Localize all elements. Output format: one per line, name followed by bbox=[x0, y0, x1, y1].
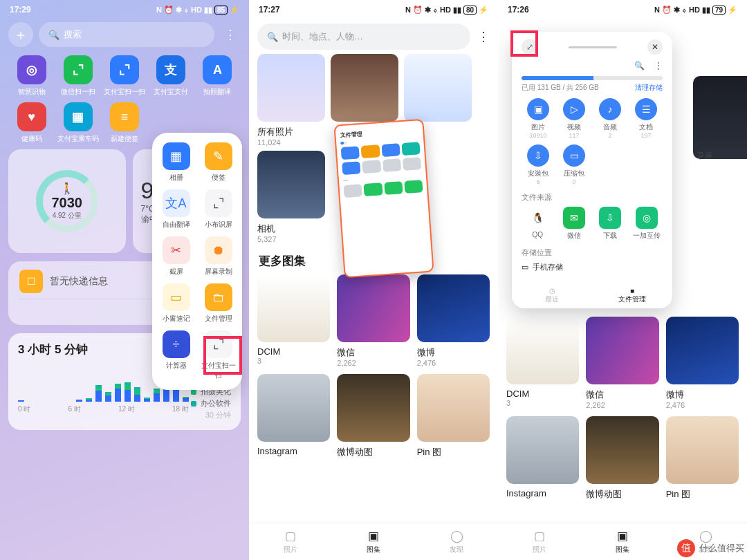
app-icon: 支 bbox=[156, 55, 185, 84]
album-Pin 图[interactable]: Pin 图 bbox=[666, 416, 739, 501]
fp-src-QQ[interactable]: 🐧QQ bbox=[522, 207, 554, 241]
panel-item-相册[interactable]: ▦相册 bbox=[156, 142, 196, 183]
album-微博[interactable]: 微博2,476 bbox=[666, 317, 739, 409]
fp-tab-recent[interactable]: ◷最近 bbox=[512, 287, 592, 304]
album-thumb bbox=[417, 274, 490, 342]
album-微信[interactable]: 微信2,262 bbox=[337, 274, 409, 367]
fp-cat-文档[interactable]: ☰文档197 bbox=[629, 98, 663, 139]
search-icon: 🔍 bbox=[267, 32, 278, 42]
album-微博动图[interactable]: 微博动图 bbox=[586, 416, 658, 501]
cat-icon: ▭ bbox=[563, 144, 585, 167]
more-icon[interactable]: ⋮ bbox=[477, 29, 490, 44]
panel-item-小布识屏[interactable]: ⌞⌝小布识屏 bbox=[199, 189, 238, 230]
nav-发现[interactable]: ◯发现 bbox=[415, 523, 498, 560]
phone-1-homescreen: 17:29 N⏰✱⬨HD▮▮ 85⚡ ＋ 🔍 搜索 ⋮ ◎智慧识物⌞⌝微信扫一扫… bbox=[0, 0, 249, 560]
status-icons: N⏰✱⬨HD▮▮ 85⚡ bbox=[156, 6, 239, 15]
album-DCIM[interactable]: DCIM3 bbox=[506, 317, 579, 409]
more-icon[interactable]: ⋮ bbox=[220, 27, 241, 42]
steps-widget[interactable]: 🚶 7030 4.92 公里 bbox=[8, 149, 126, 253]
storage-location-title: 存储位置 bbox=[522, 248, 663, 258]
expand-icon[interactable]: ⤢ bbox=[522, 39, 538, 55]
app-label: 新建便签 bbox=[111, 134, 138, 144]
status-bar: 17:29 N⏰✱⬨HD▮▮ 85⚡ bbox=[0, 0, 249, 19]
app-支付宝扫一扫[interactable]: ⌞⌝支付宝扫一扫 bbox=[101, 55, 147, 97]
phone-2-gallery: 17:27 N⏰✱⬨HD▮▮ 80⚡ 🔍 时间、地点、人物… ⋮ 所有照片 11… bbox=[249, 0, 498, 560]
album-recording-thumb[interactable] bbox=[693, 76, 747, 159]
app-label: 智慧识物 bbox=[18, 87, 46, 97]
album-Instagram[interactable]: Instagram bbox=[257, 374, 330, 458]
close-icon[interactable]: ✕ bbox=[647, 39, 663, 55]
album-thumb bbox=[257, 274, 330, 342]
fp-cat-图片[interactable]: ▣图片10910 bbox=[522, 98, 555, 139]
fp-src-微信[interactable]: ✉微信 bbox=[558, 207, 591, 241]
app-icon: ⌞⌝ bbox=[64, 55, 93, 84]
panel-item-屏幕录制[interactable]: ⏺屏幕录制 bbox=[199, 236, 238, 277]
app-新建便签[interactable]: ≡新建便签 bbox=[101, 102, 147, 144]
nav-照片[interactable]: ▢照片 bbox=[249, 523, 332, 560]
status-bar: 17:26 N⏰✱⬨HD▮▮ 79⚡ bbox=[498, 0, 747, 19]
album-thumb bbox=[417, 374, 490, 442]
nav-icon: ▢ bbox=[285, 529, 296, 543]
nav-图集[interactable]: ▣图集 bbox=[581, 523, 664, 560]
panel-icon: ⌞⌝ bbox=[205, 189, 232, 217]
panel-item-文件管理[interactable]: 🗀文件管理 bbox=[199, 283, 238, 324]
src-icon: ✉ bbox=[563, 207, 585, 229]
gallery-search[interactable]: 🔍 时间、地点、人物… bbox=[257, 24, 470, 50]
album-Instagram[interactable]: Instagram bbox=[506, 416, 579, 501]
cat-icon: ☰ bbox=[635, 98, 657, 120]
panel-icon: ▦ bbox=[163, 142, 190, 170]
app-支付宝乘车码[interactable]: ▦支付宝乘车码 bbox=[55, 102, 101, 144]
file-manager-float-panel[interactable]: ⤢ ✕ 🔍 ⋮ 已用 131 GB / 共 256 GB 清理存储 ▣图片109… bbox=[512, 32, 672, 308]
fp-src-一加互传[interactable]: ◎一加互传 bbox=[631, 207, 663, 241]
panel-item-支付宝扫一扫[interactable]: ⌞⌝支付宝扫一扫 bbox=[199, 330, 238, 380]
status-time: 17:27 bbox=[259, 5, 280, 15]
app-支付宝支付[interactable]: 支支付宝支付 bbox=[148, 55, 194, 97]
file-manager-mini-window[interactable]: 文件管理 — bbox=[333, 119, 434, 279]
album-DCIM[interactable]: DCIM3 bbox=[257, 274, 330, 367]
album-thumb bbox=[257, 374, 330, 442]
fp-cat-视频[interactable]: ▷视频117 bbox=[557, 98, 591, 139]
watermark-icon: 值 bbox=[677, 539, 695, 557]
fp-cat-音频[interactable]: ♪音频2 bbox=[593, 98, 627, 139]
panel-item-计算器[interactable]: ÷计算器 bbox=[156, 330, 196, 380]
src-icon: ⇩ bbox=[599, 207, 621, 229]
album-thumb bbox=[337, 374, 409, 442]
panel-item-自由翻译[interactable]: 文A自由翻译 bbox=[156, 189, 196, 230]
drag-handle[interactable] bbox=[569, 46, 617, 48]
panel-icon: ✂ bbox=[163, 236, 190, 264]
app-icon: ≡ bbox=[110, 102, 139, 131]
panel-icon: 🗀 bbox=[205, 283, 232, 311]
panel-icon: ⏺ bbox=[205, 236, 232, 264]
fp-src-下载[interactable]: ⇩下载 bbox=[594, 207, 627, 241]
more-icon[interactable]: ⋮ bbox=[654, 61, 663, 71]
panel-icon: 文A bbox=[163, 189, 190, 217]
app-健康码[interactable]: ♥健康码 bbox=[8, 102, 55, 144]
panel-icon: ▭ bbox=[163, 283, 190, 311]
status-icons: N⏰✱⬨HD▮▮ 79⚡ bbox=[654, 6, 737, 15]
panel-item-截屏[interactable]: ✂截屏 bbox=[156, 236, 196, 277]
album-camera[interactable]: 相机 5,327 bbox=[257, 151, 325, 243]
add-button[interactable]: ＋ bbox=[8, 22, 33, 47]
fp-tab-files[interactable]: ■文件管理 bbox=[592, 287, 672, 304]
cat-icon: ▣ bbox=[527, 98, 549, 120]
album-微信[interactable]: 微信2,262 bbox=[586, 317, 658, 409]
app-拍照翻译[interactable]: A拍照翻译 bbox=[194, 55, 241, 97]
search-icon[interactable]: 🔍 bbox=[634, 61, 645, 71]
album-微博[interactable]: 微博2,476 bbox=[417, 274, 490, 367]
nav-照片[interactable]: ▢照片 bbox=[498, 523, 581, 560]
album-Pin 图[interactable]: Pin 图 bbox=[417, 374, 490, 458]
steps-km: 4.92 公里 bbox=[53, 211, 82, 221]
search-input[interactable]: 🔍 搜索 bbox=[39, 22, 214, 47]
clean-storage-link[interactable]: 清理存储 bbox=[635, 83, 663, 93]
nav-图集[interactable]: ▣图集 bbox=[332, 523, 415, 560]
storage-location-item[interactable]: ▭ 手机存储 bbox=[522, 262, 663, 272]
app-智慧识物[interactable]: ◎智慧识物 bbox=[8, 55, 55, 97]
panel-item-小窗速记[interactable]: ▭小窗速记 bbox=[156, 283, 196, 324]
album-微博动图[interactable]: 微博动图 bbox=[337, 374, 409, 458]
app-微信扫一扫[interactable]: ⌞⌝微信扫一扫 bbox=[55, 55, 101, 97]
nav-icon: ▣ bbox=[617, 529, 628, 543]
album-all-photos[interactable]: 所有照片 11,024 bbox=[257, 54, 325, 147]
fp-cat-压缩包[interactable]: ▭压缩包0 bbox=[557, 144, 591, 185]
panel-item-便签[interactable]: ✎便签 bbox=[199, 142, 238, 183]
fp-cat-安装包[interactable]: ⇩安装包6 bbox=[522, 144, 555, 185]
